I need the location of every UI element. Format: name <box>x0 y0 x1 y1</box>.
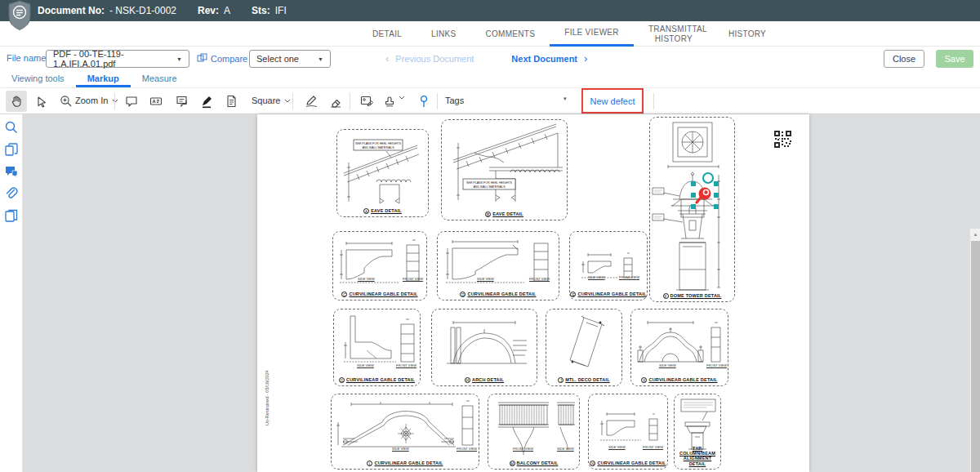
close-button[interactable]: Close <box>884 50 924 68</box>
file-select[interactable]: PDF - 00-TE-119-1.A.IFI.A.01.pdf▼ <box>46 50 189 68</box>
detail-panel-eave-b: SEE PLANS FOR HEEL HEIGHTS AND WALL MATE… <box>441 119 568 220</box>
pin-tool-button[interactable] <box>413 91 434 112</box>
tab-viewing-tools[interactable]: Viewing tools <box>0 71 76 87</box>
document-meta: Document No: - NSK-D1-0002 Rev: A Sts: I… <box>38 0 287 21</box>
image-markup-tool-button[interactable] <box>356 91 377 112</box>
main-tab-bar: DETAIL LINKS COMMENTS FILE VIEWER TRANSM… <box>0 21 980 47</box>
save-button[interactable]: Save <box>936 50 973 68</box>
zoom-tool-button[interactable] <box>56 91 77 112</box>
zoom-mode-dropdown[interactable]: Zoom In <box>75 96 118 105</box>
vertical-scrollbar[interactable]: ▲ <box>969 229 980 472</box>
watermark-text: Un-Restrained - 05/16/2024 <box>265 347 270 425</box>
page-note-icon <box>225 95 238 108</box>
selection-handle[interactable] <box>691 193 696 198</box>
detail-panel-gable-g: SIDE VIEW FRONT VIEW GCURVILINEAR GABLE … <box>333 309 421 386</box>
tab-markup[interactable]: Markup <box>76 71 131 87</box>
tags-field[interactable]: Tags <box>445 96 464 105</box>
hand-icon <box>10 95 23 108</box>
application-window: Document No: - NSK-D1-0002 Rev: A Sts: I… <box>0 0 980 472</box>
rev-value: A <box>224 5 230 16</box>
callout-tool-button[interactable] <box>172 91 193 112</box>
marker-pen-icon <box>200 95 213 109</box>
cursor-icon <box>36 96 48 108</box>
detail-panel-gable-l: SIDE VIEW FRONT VIEW LCURVILINEAR GABLE … <box>331 394 479 470</box>
compare-button[interactable]: Compare <box>197 53 247 64</box>
pen-tool-button[interactable] <box>301 91 322 112</box>
app-logo-shield-icon <box>7 0 33 31</box>
next-document-button[interactable]: Next Document › <box>511 52 587 65</box>
detail-panel-gable-k: SIDE VIEW FRONT VIEW KCURVILINEAR GABLE … <box>630 309 728 386</box>
svg-text:SEE PLANS FOR HEEL HEIGHTS: SEE PLANS FOR HEEL HEIGHTS <box>355 142 401 145</box>
detail-panel-gable-c: SIDE VIEW FRONT VIEW CCURVILINEAR GABLE … <box>332 231 427 301</box>
documents-icon[interactable] <box>4 208 19 223</box>
chevron-down-icon: ▼ <box>176 56 182 62</box>
stamp-icon <box>383 95 396 108</box>
svg-text:AND WALL MATERIALS: AND WALL MATERIALS <box>473 185 506 189</box>
file-bar: File names: PDF - 00-TE-119-1.A.IFI.A.01… <box>0 47 980 71</box>
detail-panel-arch: HARCH DETAIL <box>431 309 537 386</box>
pdf-page[interactable]: Un-Restrained - 05/16/2024 SEE PLANS FOR… <box>257 114 809 472</box>
doc-no-value: - NSK-D1-0002 <box>109 5 176 16</box>
compare-target-select[interactable]: Select one▼ <box>249 50 331 68</box>
detail-panel-balcony: FRONT VIEW SIDE VIEW MBALCONY DETAIL <box>488 394 580 470</box>
detail-panel-gable-n: SIDE VIEW FRONT VIEW NCURVILINEAR GABLE … <box>588 394 668 470</box>
defect-pin-marker[interactable] <box>691 171 727 214</box>
viewer-left-rail <box>0 114 23 472</box>
comment-tool-button[interactable] <box>121 91 142 112</box>
sts-value: IFI <box>275 5 287 16</box>
tab-detail[interactable]: DETAIL <box>358 21 416 47</box>
eraser-icon <box>329 95 342 108</box>
tags-dropdown-caret[interactable]: ▾ <box>564 96 567 102</box>
rev-label: Rev: <box>198 5 219 16</box>
chevron-down-icon <box>284 99 291 103</box>
svg-text:AND WALL MATERIALS: AND WALL MATERIALS <box>362 146 394 149</box>
new-defect-button[interactable]: New defect <box>590 96 635 106</box>
tab-transmittal-history[interactable]: TRANSMITTAL HISTORY <box>634 21 714 47</box>
copy-pages-icon[interactable] <box>4 142 19 157</box>
tab-file-viewer[interactable]: FILE VIEWER <box>550 21 634 47</box>
previous-document-button[interactable]: ‹ Previous Document <box>385 52 474 65</box>
select-tool-button[interactable] <box>31 91 52 112</box>
scroll-up-button[interactable]: ▲ <box>970 229 980 240</box>
stamp-tool-button[interactable] <box>379 91 400 112</box>
selection-handle[interactable] <box>691 204 696 209</box>
zoom-in-icon <box>60 95 73 108</box>
selection-handle[interactable] <box>714 193 719 198</box>
note-page-tool-button[interactable] <box>220 91 242 112</box>
eraser-tool-button[interactable] <box>325 91 346 112</box>
detail-panel-column-beam: TYP. COLUMN/BEAM ALIGNMENT DETAIL <box>674 394 721 470</box>
selection-handle[interactable] <box>714 181 719 186</box>
tab-comments[interactable]: COMMENTS <box>470 21 550 47</box>
compare-icon <box>197 53 207 64</box>
image-edit-icon <box>360 95 374 108</box>
text-note-tool-button[interactable] <box>145 91 167 112</box>
viewer-canvas[interactable]: Un-Restrained - 05/16/2024 SEE PLANS FOR… <box>23 114 980 472</box>
pan-tool-button[interactable] <box>6 91 27 112</box>
qr-code <box>774 131 791 148</box>
tab-measure[interactable]: Measure <box>131 71 189 87</box>
scrollbar-thumb[interactable] <box>971 241 980 472</box>
selection-handle[interactable] <box>714 204 719 209</box>
doc-no-label: Document No: <box>38 5 105 16</box>
svg-text:SEE PLANS FOR HEEL HEIGHTS: SEE PLANS FOR HEEL HEIGHTS <box>466 181 512 185</box>
selection-handle[interactable] <box>691 181 696 186</box>
detail-panel-gable-d: SIDE VIEW FRONT VIEW DCURVILINEAR GABLE … <box>437 231 559 301</box>
detail-panel-mtl-deco: JMTL. DECO DETAIL <box>546 309 622 386</box>
comments-icon[interactable] <box>4 164 19 179</box>
map-pin-icon <box>418 95 430 109</box>
tab-history[interactable]: HISTORY <box>714 21 781 47</box>
caret-down-icon: ▾ <box>564 96 567 102</box>
attachment-icon[interactable] <box>4 186 19 201</box>
search-icon[interactable] <box>4 120 19 135</box>
marker-circle-icon <box>703 173 713 183</box>
highlighter-tool-button[interactable] <box>196 91 217 112</box>
chevron-down-icon <box>112 99 118 103</box>
stamp-dropdown[interactable] <box>399 96 405 100</box>
viewer-tool-tabs: Viewing tools Markup Measure <box>0 71 980 88</box>
comment-icon <box>125 95 138 108</box>
shape-dropdown[interactable]: Square <box>252 96 291 105</box>
text-label-icon <box>149 95 163 108</box>
sts-label: Sts: <box>252 5 270 16</box>
chevron-left-icon: ‹ <box>385 52 389 65</box>
tab-links[interactable]: LINKS <box>416 21 470 47</box>
